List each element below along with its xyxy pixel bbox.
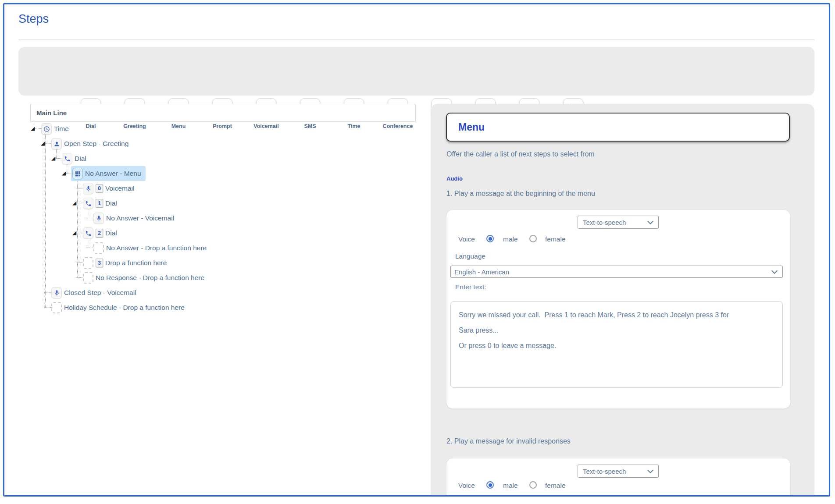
- dial-icon: [85, 200, 92, 207]
- step-number-badge: 1: [96, 199, 103, 208]
- tts-text-input[interactable]: Sorry we missed your call. Press 1 to re…: [450, 301, 783, 388]
- greeting-icon: [54, 141, 60, 147]
- tree-node-label: No Answer - Drop a function here: [106, 244, 207, 252]
- tree-node-dial[interactable]: 1Dial: [82, 196, 121, 211]
- expander-icon[interactable]: ◢: [41, 140, 47, 146]
- expander-icon[interactable]: ◢: [62, 170, 68, 176]
- chevron-down-icon: [647, 218, 653, 224]
- voice-male-radio[interactable]: [486, 481, 494, 489]
- time-icon: [41, 123, 52, 135]
- tree-node-holiday-schedule-drop-a-function-here[interactable]: Holiday Schedule - Drop a function here: [50, 300, 189, 315]
- section-1-heading: 1. Play a message at the beginning of th…: [446, 190, 595, 198]
- drop-placeholder-icon: [83, 272, 93, 284]
- step-number-badge: 2: [96, 229, 103, 238]
- menu-icon: [72, 168, 83, 179]
- chevron-down-icon: [647, 467, 653, 473]
- expander-icon[interactable]: ◢: [72, 230, 79, 236]
- step-number-badge: 3: [96, 259, 103, 267]
- source-select-1-value: Text-to-speech: [578, 219, 648, 226]
- greeting-icon: [51, 138, 62, 149]
- panel-subtitle: Offer the caller a list of next steps to…: [446, 150, 595, 158]
- tree-node-open-step-greeting[interactable]: Open Step - Greeting: [50, 136, 133, 151]
- tree-node-dial[interactable]: 2Dial: [82, 226, 121, 241]
- tree-connector: [45, 135, 46, 308]
- tree-node-label: Open Step - Greeting: [64, 140, 128, 148]
- tree-node-voicemail[interactable]: 0Voicemail: [82, 181, 139, 196]
- voicemail-icon: [93, 213, 104, 224]
- dial-icon: [83, 198, 93, 209]
- toolbar-item-label: Conference: [383, 123, 413, 129]
- tree-node-label: No Answer - Menu: [85, 170, 141, 177]
- dial-icon: [64, 156, 71, 162]
- voice-male-label: male: [503, 482, 518, 490]
- voicemail-icon: [54, 290, 60, 296]
- source-select-2[interactable]: Text-to-speech: [578, 465, 659, 478]
- page-title: Steps: [18, 12, 49, 26]
- voicemail-icon: [51, 287, 62, 298]
- toolbar-item-label: Time: [348, 123, 360, 129]
- steps-page: Steps DialGreetingMenu****PromptVoicemai…: [0, 0, 835, 504]
- time-icon: [43, 126, 50, 132]
- tree-node-no-response-drop-a-function-here[interactable]: No Response - Drop a function here: [82, 270, 209, 285]
- title-divider: [18, 39, 814, 40]
- function-toolbar: DialGreetingMenu****PromptVoicemailSMSTi…: [18, 47, 814, 96]
- enter-text-label: Enter text:: [455, 283, 486, 291]
- tree-node-label: Dial: [75, 155, 86, 163]
- language-label: Language: [455, 252, 485, 260]
- tree-node-label: Dial: [105, 199, 117, 207]
- voice-female-radio[interactable]: [529, 235, 537, 242]
- tree-node-closed-step-voicemail[interactable]: Closed Step - Voicemail: [50, 285, 141, 300]
- source-select-1[interactable]: Text-to-speech: [578, 216, 659, 229]
- tree-node-label: Dial: [105, 229, 117, 237]
- language-select[interactable]: English - American: [450, 266, 783, 278]
- tree-node-time[interactable]: Time: [40, 121, 73, 136]
- voice-label: Voice: [458, 482, 475, 490]
- tree-node-no-answer-menu[interactable]: No Answer - Menu: [71, 166, 146, 181]
- dial-icon: [83, 227, 93, 239]
- section-2-heading: 2. Play a message for invalid responses: [446, 437, 571, 445]
- tree-node-label: No Answer - Voicemail: [106, 214, 174, 222]
- tree-node-label: Voicemail: [105, 185, 134, 192]
- tree-node-label: Holiday Schedule - Drop a function here: [64, 304, 185, 312]
- toolbar-item-label: Voicemail: [253, 123, 278, 129]
- expander-icon[interactable]: ◢: [51, 155, 57, 161]
- tree-node-label: No Response - Drop a function here: [96, 274, 204, 282]
- voice-female-radio[interactable]: [529, 481, 537, 489]
- toolbar-item-label: Menu: [171, 123, 186, 129]
- panel-title: Menu: [447, 114, 789, 141]
- dial-icon: [62, 153, 72, 164]
- chevron-down-icon: [771, 268, 778, 274]
- tree-node-label: Drop a function here: [105, 259, 167, 267]
- step-number-badge: 0: [96, 184, 103, 193]
- expander-icon[interactable]: ◢: [31, 125, 37, 131]
- tree-node-dial[interactable]: Dial: [61, 151, 91, 166]
- drop-placeholder-icon: [83, 257, 93, 269]
- voicemail-icon: [85, 185, 92, 192]
- panel-title-box: Menu: [446, 113, 790, 142]
- toolbar-item-label: Greeting: [123, 123, 146, 129]
- drop-placeholder-icon: [51, 302, 62, 313]
- voice-male-label: male: [503, 235, 518, 243]
- voice-female-label: female: [545, 482, 566, 490]
- tree-node-no-answer-drop-a-function-here[interactable]: No Answer - Drop a function here: [92, 241, 211, 256]
- source-select-2-value: Text-to-speech: [578, 468, 648, 475]
- expander-icon[interactable]: ◢: [72, 200, 79, 206]
- main-line-label: Main Line: [31, 104, 415, 121]
- toolbar-item-label: Dial: [86, 123, 96, 129]
- menu-icon: [75, 170, 81, 177]
- dial-icon: [85, 230, 92, 237]
- voice-label: Voice: [458, 235, 475, 243]
- language-select-value: English - American: [451, 268, 772, 276]
- tree-connector: [77, 179, 78, 278]
- main-line-header: Main Line: [30, 104, 416, 122]
- tree-node-label: Time: [54, 125, 69, 133]
- voicemail-icon: [96, 215, 102, 222]
- voice-male-radio[interactable]: [486, 235, 494, 242]
- tree-node-label: Closed Step - Voicemail: [64, 289, 136, 297]
- toolbar-item-label: SMS: [304, 123, 316, 129]
- voicemail-icon: [83, 183, 93, 194]
- tree-node-no-answer-voicemail[interactable]: No Answer - Voicemail: [92, 211, 178, 226]
- toolbar-item-label: Prompt: [213, 123, 232, 129]
- audio-section-label: Audio: [446, 175, 463, 182]
- tree-node-drop-a-function-here[interactable]: 3Drop a function here: [82, 256, 171, 270]
